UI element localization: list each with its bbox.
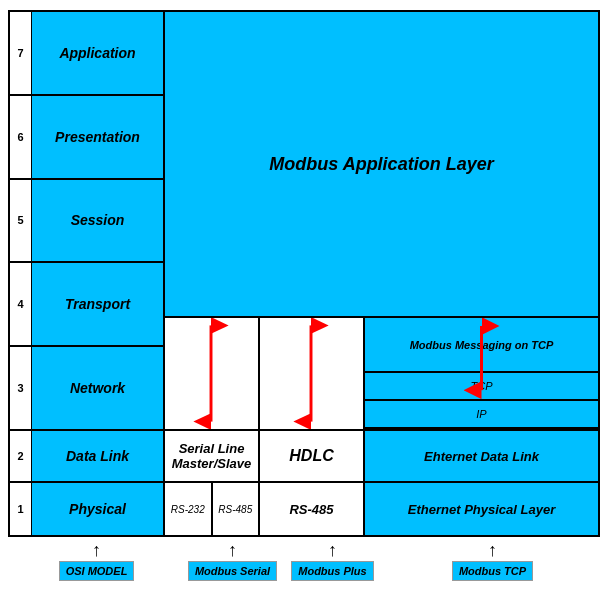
ethernet-dl-cell: Ehternet Data Link (365, 431, 598, 481)
footer-tcp: ↑ Modbus TCP (385, 543, 600, 581)
row-num-3: 3 (10, 347, 32, 429)
middle-section: Modbus Messaging on TCP TCP IP (165, 318, 598, 431)
osi-label-datalink: Data Link (32, 431, 163, 481)
serial-phys-cells: RS-232 RS-485 (165, 483, 260, 535)
rs232-label: RS-232 (171, 504, 205, 515)
rs232-cell: RS-232 (165, 483, 213, 535)
footer-serial: ↑ Modbus Serial (185, 543, 280, 581)
modbus-tcp-box: Modbus Messaging on TCP (365, 318, 598, 373)
footer-label-tcp: Modbus TCP (452, 561, 533, 581)
footer-arrow-serial: ↑ (228, 541, 237, 559)
rs485-1-cell: RS-485 (213, 483, 259, 535)
osi-label-session: Session (32, 180, 163, 262)
hdlc-arrow-svg (260, 318, 363, 429)
footer: ↑ OSI MODEL ↑ Modbus Serial ↑ Modbus Plu… (8, 543, 600, 581)
row-num-2: 2 (10, 431, 32, 481)
osi-label-application: Application (32, 12, 163, 94)
ip-label: IP (476, 408, 486, 420)
row-num-1: 1 (10, 483, 32, 535)
row-num-7: 7 (10, 12, 32, 94)
row-num-5: 5 (10, 180, 32, 262)
osi-column: 7 Application 6 Presentation 5 Session 4… (10, 12, 165, 535)
footer-plus: ↑ Modbus Plus (280, 543, 385, 581)
modbus-tcp-label: Modbus Messaging on TCP (410, 339, 554, 351)
serial-dl-label: Serial Line Master/Slave (169, 441, 254, 471)
row-num-6: 6 (10, 96, 32, 178)
osi-row-3: 3 Network (10, 347, 163, 431)
ethernet-dl-label: Ehternet Data Link (424, 449, 539, 464)
osi-row-7: 7 Application (10, 12, 163, 96)
rs485-2-label: RS-485 (289, 502, 333, 517)
ip-box: IP (365, 401, 598, 429)
osi-row-6: 6 Presentation (10, 96, 163, 180)
rs485-2-cell: RS-485 (260, 483, 365, 535)
data-link-row: Serial Line Master/Slave HDLC Ehternet D… (165, 431, 598, 483)
osi-row-1: 1 Physical (10, 483, 163, 535)
diagram-container: 7 Application 6 Presentation 5 Session 4… (0, 0, 608, 589)
footer-label-serial: Modbus Serial (188, 561, 277, 581)
modbus-app-layer: Modbus Application Layer (165, 12, 598, 318)
osi-label-presentation: Presentation (32, 96, 163, 178)
ethernet-phys-label: Ethernet Physical Layer (408, 502, 555, 517)
ethernet-phys-cell: Ethernet Physical Layer (365, 483, 598, 535)
footer-label-plus: Modbus Plus (291, 561, 373, 581)
footer-osi: ↑ OSI MODEL (8, 543, 185, 581)
content-area: Modbus Application Layer (165, 12, 598, 535)
footer-arrow-plus: ↑ (328, 541, 337, 559)
osi-label-network: Network (32, 347, 163, 429)
osi-label-transport: Transport (32, 263, 163, 345)
rs485-1-label: RS-485 (218, 504, 252, 515)
row-num-4: 4 (10, 263, 32, 345)
osi-row-2: 2 Data Link (10, 431, 163, 483)
hdlc-dl-cell: HDLC (260, 431, 365, 481)
tcp-col: Modbus Messaging on TCP TCP IP (365, 318, 598, 429)
hdlc-label: HDLC (289, 447, 333, 465)
modbus-app-label: Modbus Application Layer (269, 154, 493, 175)
osi-row-4: 4 Transport (10, 263, 163, 347)
grid-area: 7 Application 6 Presentation 5 Session 4… (8, 10, 600, 537)
osi-label-physical: Physical (32, 483, 163, 535)
physical-row: RS-232 RS-485 RS-485 Ethernet Physical L… (165, 483, 598, 535)
tcp-box: TCP (365, 373, 598, 401)
footer-label-osi: OSI MODEL (59, 561, 135, 581)
serial-arrow-svg (165, 318, 258, 429)
osi-row-5: 5 Session (10, 180, 163, 264)
footer-arrow-osi: ↑ (92, 541, 101, 559)
hdlc-arrow-col (260, 318, 365, 429)
footer-arrow-tcp: ↑ (488, 541, 497, 559)
tcp-label: TCP (471, 380, 493, 392)
serial-arrow-col (165, 318, 260, 429)
serial-dl-cell: Serial Line Master/Slave (165, 431, 260, 481)
